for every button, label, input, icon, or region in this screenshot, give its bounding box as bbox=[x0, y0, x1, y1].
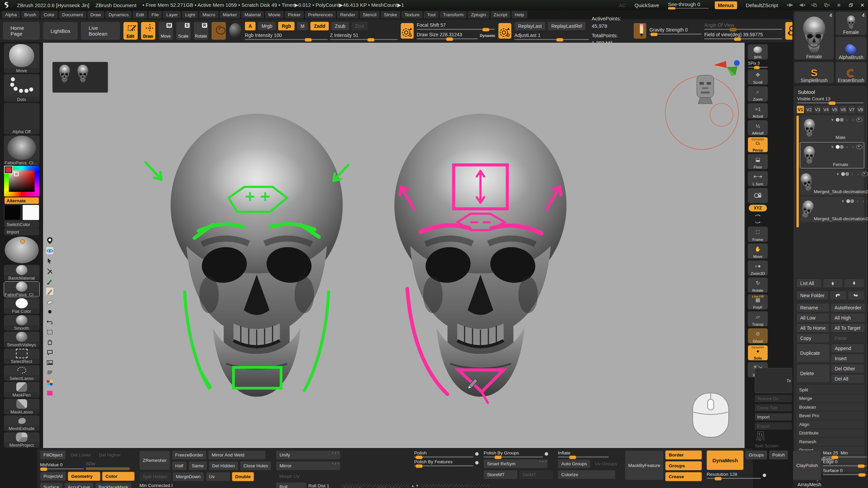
secondary-color-swatch[interactable] bbox=[22, 205, 39, 220]
rotate-view-button[interactable]: ↻Rotate bbox=[748, 277, 768, 293]
close-icon[interactable]: ✕ bbox=[860, 2, 865, 8]
dynamic-size-tile[interactable]: D bbox=[498, 23, 512, 39]
remesh-button[interactable]: Remesh bbox=[796, 438, 864, 446]
viewport-canvas[interactable] bbox=[43, 43, 745, 448]
list-all-button[interactable]: List All bbox=[796, 279, 822, 288]
all-to-target-button[interactable]: All To Target bbox=[831, 324, 865, 332]
visible-count-slider[interactable]: Visible Count 13 bbox=[796, 96, 864, 105]
material-tile[interactable]: FabioPaiva_Clay2 bbox=[4, 135, 40, 165]
menu-alpha[interactable]: Alpha bbox=[2, 11, 20, 18]
menu-macro[interactable]: Macro bbox=[199, 11, 218, 18]
polish-slider[interactable]: Polish bbox=[414, 450, 473, 458]
polish-by-features-toggle[interactable] bbox=[475, 461, 479, 465]
color-picker[interactable] bbox=[4, 166, 39, 197]
rotate-gizmo-button[interactable]: RRotate bbox=[194, 22, 209, 40]
copy-button[interactable]: Copy bbox=[796, 334, 829, 343]
solo-button[interactable]: Dynamic●Solo bbox=[748, 345, 768, 361]
menu-color[interactable]: Color bbox=[41, 11, 58, 18]
adjustlast-slider[interactable]: AdjustLast 1 bbox=[514, 33, 589, 40]
notes-list-icon[interactable] bbox=[46, 369, 54, 377]
polypaint-icon[interactable] bbox=[836, 145, 840, 149]
auto-groups-button[interactable]: Auto Groups bbox=[558, 459, 590, 468]
morph-uv-button[interactable]: Morph UV bbox=[276, 472, 409, 481]
move-gizmo-button[interactable]: MMove bbox=[158, 22, 173, 40]
groups-toggle[interactable]: Groups bbox=[665, 461, 702, 470]
new-folder-button[interactable]: New Folder bbox=[796, 291, 828, 300]
draw-size-slider[interactable]: Draw Size 228.31243 bbox=[417, 32, 478, 39]
uv-icon[interactable]: ◐ bbox=[856, 199, 859, 204]
folder-arrow-icon[interactable]: ▾ bbox=[831, 117, 834, 122]
smart-resym-button[interactable]: Smart ReSymx y z bbox=[484, 459, 548, 468]
inflate-slider[interactable]: Inflate bbox=[558, 450, 609, 458]
skull-right[interactable] bbox=[394, 114, 567, 403]
tray-divider[interactable]: ▲▼ bbox=[341, 483, 490, 488]
polish-by-features-slider[interactable]: Polish By Features bbox=[414, 459, 473, 466]
texture-icon[interactable]: ◑ bbox=[862, 199, 864, 204]
transp-button[interactable]: ▱Transp bbox=[748, 311, 768, 327]
texture-icon[interactable]: ◑ bbox=[856, 171, 859, 177]
current-brush-tile-left[interactable]: Move bbox=[4, 43, 40, 73]
z-intensity-slider[interactable]: Z Intensity 51 bbox=[330, 33, 398, 40]
bpr-button[interactable]: BPR bbox=[748, 44, 768, 60]
subtool-row-male[interactable]: ▾◐◑ Male bbox=[800, 115, 864, 141]
uv-icon[interactable]: ◐ bbox=[846, 144, 849, 149]
defaultzscript-button[interactable]: DefaultZScript bbox=[743, 2, 781, 9]
menu-zscript[interactable]: Zscript bbox=[491, 11, 511, 18]
zadd-button[interactable]: Zadd bbox=[310, 22, 329, 30]
min-connected-slider[interactable]: Min Connected I bbox=[139, 483, 190, 488]
autoreorder-button[interactable]: AutoReorder bbox=[831, 303, 865, 312]
texture-preview[interactable]: Te bbox=[755, 368, 793, 393]
menu-dynamics[interactable]: Dynamics bbox=[105, 11, 132, 18]
dock-left-icon[interactable] bbox=[787, 3, 793, 7]
switchcolor-button[interactable]: SwitchColor bbox=[4, 221, 39, 228]
texture-import-button[interactable]: Import bbox=[755, 413, 792, 421]
tab-v5[interactable]: V5 bbox=[831, 105, 839, 114]
subtool-row-merged-skull-4[interactable]: ▾◐◑ Merged_Skull-decimation2_4 bbox=[800, 196, 864, 223]
palette-cycle-left-icon[interactable] bbox=[811, 3, 817, 7]
replaylastrel-button[interactable]: ReplayLastRel bbox=[548, 22, 586, 30]
menu-layer[interactable]: Layer bbox=[163, 11, 181, 18]
minimize-icon[interactable] bbox=[836, 3, 842, 7]
menu-draw[interactable]: Draw bbox=[87, 11, 104, 18]
current-brush-tile[interactable] bbox=[211, 22, 226, 40]
zcut-button[interactable]: Zcut bbox=[351, 22, 368, 30]
move-down-button[interactable] bbox=[844, 279, 864, 288]
color-toggle[interactable]: Color bbox=[102, 472, 135, 481]
m-button[interactable]: M bbox=[297, 22, 308, 30]
home-page-button[interactable]: Home Page bbox=[3, 22, 40, 40]
tab-v7[interactable]: V7 bbox=[848, 105, 856, 114]
same-button[interactable]: Same bbox=[189, 461, 207, 470]
freezeborder-button[interactable]: FreezeBorder bbox=[172, 450, 207, 460]
import-color-button[interactable]: Import bbox=[4, 228, 39, 235]
menu-stencil[interactable]: Stencil bbox=[360, 11, 380, 18]
eye-icon[interactable] bbox=[856, 118, 863, 122]
see-through-slider[interactable]: See-through 0 bbox=[668, 1, 709, 9]
resolution-toggle[interactable] bbox=[763, 473, 766, 477]
move-up-button[interactable] bbox=[823, 279, 843, 288]
projectall-button[interactable]: ProjectAll bbox=[40, 472, 66, 481]
current-tool-thumbnail[interactable]: 4 Female bbox=[794, 12, 834, 60]
tool-fabiopaiva-clay[interactable]: FabioPaiva_Clay2 bbox=[4, 281, 40, 297]
recent-tool-eraserbrush[interactable]: EraserBrush bbox=[835, 62, 867, 83]
fillobject-button[interactable]: FillObject bbox=[40, 450, 66, 460]
tool-masklasso[interactable]: MaskLasso bbox=[4, 399, 40, 414]
recent-tool-simplebrush[interactable]: S SimpleBrush bbox=[794, 62, 834, 83]
gravity-strength-slider[interactable]: Gravity Strength 0 bbox=[649, 27, 702, 35]
menu-movie[interactable]: Movie bbox=[265, 11, 283, 18]
menu-zplugin[interactable]: Zplugin bbox=[468, 11, 489, 18]
tab-v8[interactable]: V8 bbox=[856, 105, 864, 114]
restore-icon[interactable] bbox=[848, 3, 854, 7]
tab-v1[interactable]: V1 bbox=[796, 105, 804, 114]
max-min-slider[interactable]: Max 25 Min bbox=[823, 450, 867, 458]
del-hidden-button[interactable]: Del Hidden bbox=[209, 461, 238, 470]
del-other-button[interactable]: Del Other bbox=[831, 364, 864, 373]
stroke-tile[interactable]: Dots bbox=[4, 74, 40, 102]
mrgb-button[interactable]: Mrgb bbox=[258, 22, 276, 30]
all-low-button[interactable]: All Low bbox=[796, 313, 829, 322]
all-to-home-button[interactable]: All To Home bbox=[796, 324, 829, 332]
menus-button[interactable]: Menus bbox=[715, 1, 737, 9]
roll-dist-slider[interactable]: Roll Dist 1 bbox=[308, 483, 341, 488]
menu-transform[interactable]: Transform bbox=[440, 11, 467, 18]
tool-basicmaterial[interactable]: BasicMaterial bbox=[4, 265, 40, 281]
dynamesh-button[interactable]: DynaMesh bbox=[707, 450, 744, 470]
